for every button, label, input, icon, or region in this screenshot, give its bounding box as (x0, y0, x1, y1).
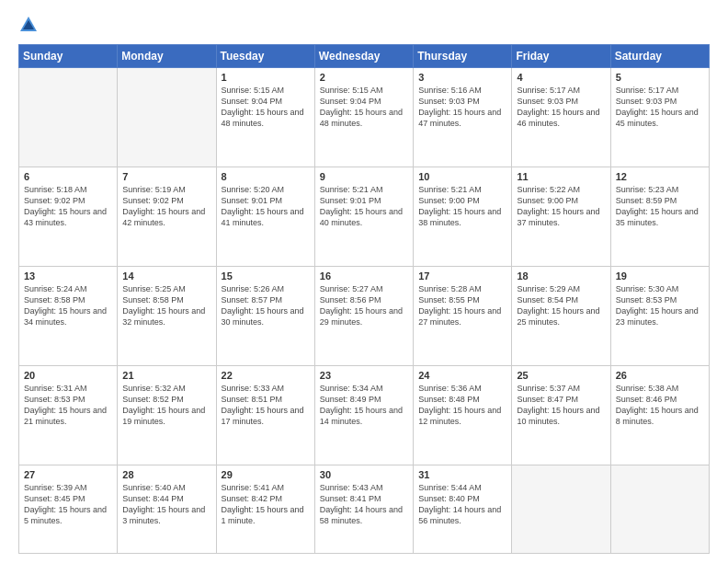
day-number: 11 (517, 171, 605, 182)
day-info: Sunrise: 5:17 AMSunset: 9:03 PMDaylight:… (616, 85, 704, 130)
day-info: Sunrise: 5:20 AMSunset: 9:01 PMDaylight:… (222, 184, 310, 229)
calendar-week-row: 13Sunrise: 5:24 AMSunset: 8:58 PMDayligh… (19, 266, 710, 365)
day-info: Sunrise: 5:24 AMSunset: 8:58 PMDaylight:… (24, 283, 112, 328)
day-info: Sunrise: 5:15 AMSunset: 9:04 PMDaylight:… (320, 85, 408, 130)
calendar-cell: 16Sunrise: 5:27 AMSunset: 8:56 PMDayligh… (314, 266, 413, 365)
day-info: Sunrise: 5:23 AMSunset: 8:59 PMDaylight:… (616, 184, 704, 229)
day-info: Sunrise: 5:33 AMSunset: 8:51 PMDaylight:… (222, 383, 310, 428)
header (18, 15, 710, 35)
calendar-week-row: 27Sunrise: 5:39 AMSunset: 8:45 PMDayligh… (19, 465, 710, 554)
calendar-cell (19, 68, 118, 167)
day-info: Sunrise: 5:30 AMSunset: 8:53 PMDaylight:… (616, 283, 704, 328)
day-number: 22 (222, 370, 310, 381)
day-info: Sunrise: 5:15 AMSunset: 9:04 PMDaylight:… (222, 85, 310, 130)
calendar-cell: 27Sunrise: 5:39 AMSunset: 8:45 PMDayligh… (19, 465, 118, 554)
day-info: Sunrise: 5:43 AMSunset: 8:41 PMDaylight:… (320, 482, 408, 527)
calendar-cell: 31Sunrise: 5:44 AMSunset: 8:40 PMDayligh… (414, 465, 512, 554)
weekday-header: Monday (118, 45, 216, 68)
calendar-week-row: 20Sunrise: 5:31 AMSunset: 8:53 PMDayligh… (19, 365, 710, 465)
calendar-body: 1Sunrise: 5:15 AMSunset: 9:04 PMDaylight… (19, 68, 710, 554)
calendar-cell: 7Sunrise: 5:19 AMSunset: 9:02 PMDaylight… (118, 167, 216, 266)
weekday-header: Friday (512, 45, 610, 68)
day-number: 4 (517, 72, 605, 83)
day-number: 9 (320, 171, 408, 182)
calendar-cell: 22Sunrise: 5:33 AMSunset: 8:51 PMDayligh… (216, 365, 314, 465)
day-number: 29 (222, 469, 310, 480)
calendar-cell (610, 465, 709, 554)
day-number: 31 (418, 469, 506, 480)
day-info: Sunrise: 5:38 AMSunset: 8:46 PMDaylight:… (616, 383, 704, 428)
day-info: Sunrise: 5:22 AMSunset: 9:00 PMDaylight:… (517, 184, 605, 229)
day-info: Sunrise: 5:25 AMSunset: 8:58 PMDaylight:… (122, 283, 210, 328)
day-number: 28 (122, 469, 210, 480)
day-info: Sunrise: 5:44 AMSunset: 8:40 PMDaylight:… (418, 482, 506, 527)
calendar-cell: 13Sunrise: 5:24 AMSunset: 8:58 PMDayligh… (19, 266, 118, 365)
calendar-header-row: SundayMondayTuesdayWednesdayThursdayFrid… (19, 45, 710, 68)
calendar-week-row: 1Sunrise: 5:15 AMSunset: 9:04 PMDaylight… (19, 68, 710, 167)
day-info: Sunrise: 5:36 AMSunset: 8:48 PMDaylight:… (418, 383, 506, 428)
day-number: 8 (222, 171, 310, 182)
day-info: Sunrise: 5:21 AMSunset: 9:01 PMDaylight:… (320, 184, 408, 229)
calendar-cell: 10Sunrise: 5:21 AMSunset: 9:00 PMDayligh… (414, 167, 512, 266)
day-number: 14 (122, 270, 210, 282)
day-number: 7 (122, 171, 210, 182)
day-info: Sunrise: 5:19 AMSunset: 9:02 PMDaylight:… (122, 184, 210, 229)
day-number: 25 (517, 370, 605, 381)
day-number: 21 (122, 370, 210, 381)
calendar-cell: 15Sunrise: 5:26 AMSunset: 8:57 PMDayligh… (216, 266, 314, 365)
calendar-cell: 1Sunrise: 5:15 AMSunset: 9:04 PMDaylight… (216, 68, 314, 167)
calendar-cell: 26Sunrise: 5:38 AMSunset: 8:46 PMDayligh… (610, 365, 709, 465)
day-info: Sunrise: 5:21 AMSunset: 9:00 PMDaylight:… (418, 184, 506, 229)
day-number: 26 (616, 370, 704, 381)
day-number: 24 (418, 370, 506, 381)
day-number: 5 (616, 72, 704, 83)
calendar-cell: 6Sunrise: 5:18 AMSunset: 9:02 PMDaylight… (19, 167, 118, 266)
calendar-cell: 3Sunrise: 5:16 AMSunset: 9:03 PMDaylight… (414, 68, 512, 167)
day-number: 23 (320, 370, 408, 381)
calendar-cell (512, 465, 610, 554)
day-number: 18 (517, 270, 605, 282)
calendar-cell: 17Sunrise: 5:28 AMSunset: 8:55 PMDayligh… (414, 266, 512, 365)
calendar-cell: 21Sunrise: 5:32 AMSunset: 8:52 PMDayligh… (118, 365, 216, 465)
day-number: 3 (418, 72, 506, 83)
page: SundayMondayTuesdayWednesdayThursdayFrid… (0, 0, 728, 563)
day-info: Sunrise: 5:39 AMSunset: 8:45 PMDaylight:… (24, 482, 112, 527)
day-number: 27 (24, 469, 112, 480)
day-number: 16 (320, 270, 408, 282)
day-number: 6 (24, 171, 112, 182)
day-info: Sunrise: 5:41 AMSunset: 8:42 PMDaylight:… (222, 482, 310, 527)
weekday-header: Saturday (610, 45, 709, 68)
calendar-cell: 18Sunrise: 5:29 AMSunset: 8:54 PMDayligh… (512, 266, 610, 365)
calendar-cell: 25Sunrise: 5:37 AMSunset: 8:47 PMDayligh… (512, 365, 610, 465)
calendar-cell: 8Sunrise: 5:20 AMSunset: 9:01 PMDaylight… (216, 167, 314, 266)
day-number: 2 (320, 72, 408, 83)
calendar-table: SundayMondayTuesdayWednesdayThursdayFrid… (18, 44, 710, 554)
day-info: Sunrise: 5:29 AMSunset: 8:54 PMDaylight:… (517, 283, 605, 328)
calendar-cell: 5Sunrise: 5:17 AMSunset: 9:03 PMDaylight… (610, 68, 709, 167)
day-number: 1 (222, 72, 310, 83)
calendar-cell: 23Sunrise: 5:34 AMSunset: 8:49 PMDayligh… (314, 365, 413, 465)
day-number: 12 (616, 171, 704, 182)
calendar-cell (118, 68, 216, 167)
day-info: Sunrise: 5:40 AMSunset: 8:44 PMDaylight:… (122, 482, 210, 527)
day-info: Sunrise: 5:32 AMSunset: 8:52 PMDaylight:… (122, 383, 210, 428)
weekday-header: Sunday (19, 45, 118, 68)
day-number: 17 (418, 270, 506, 282)
day-info: Sunrise: 5:18 AMSunset: 9:02 PMDaylight:… (24, 184, 112, 229)
day-info: Sunrise: 5:37 AMSunset: 8:47 PMDaylight:… (517, 383, 605, 428)
calendar-cell: 11Sunrise: 5:22 AMSunset: 9:00 PMDayligh… (512, 167, 610, 266)
calendar-cell: 14Sunrise: 5:25 AMSunset: 8:58 PMDayligh… (118, 266, 216, 365)
weekday-header: Wednesday (314, 45, 413, 68)
day-number: 13 (24, 270, 112, 282)
day-info: Sunrise: 5:16 AMSunset: 9:03 PMDaylight:… (418, 85, 506, 130)
calendar-cell: 9Sunrise: 5:21 AMSunset: 9:01 PMDaylight… (314, 167, 413, 266)
calendar-cell: 24Sunrise: 5:36 AMSunset: 8:48 PMDayligh… (414, 365, 512, 465)
calendar-cell: 28Sunrise: 5:40 AMSunset: 8:44 PMDayligh… (118, 465, 216, 554)
calendar-cell: 30Sunrise: 5:43 AMSunset: 8:41 PMDayligh… (314, 465, 413, 554)
day-number: 15 (222, 270, 310, 282)
calendar-cell: 4Sunrise: 5:17 AMSunset: 9:03 PMDaylight… (512, 68, 610, 167)
logo-icon (18, 15, 39, 35)
calendar-cell: 12Sunrise: 5:23 AMSunset: 8:59 PMDayligh… (610, 167, 709, 266)
day-number: 30 (320, 469, 408, 480)
day-info: Sunrise: 5:27 AMSunset: 8:56 PMDaylight:… (320, 283, 408, 328)
